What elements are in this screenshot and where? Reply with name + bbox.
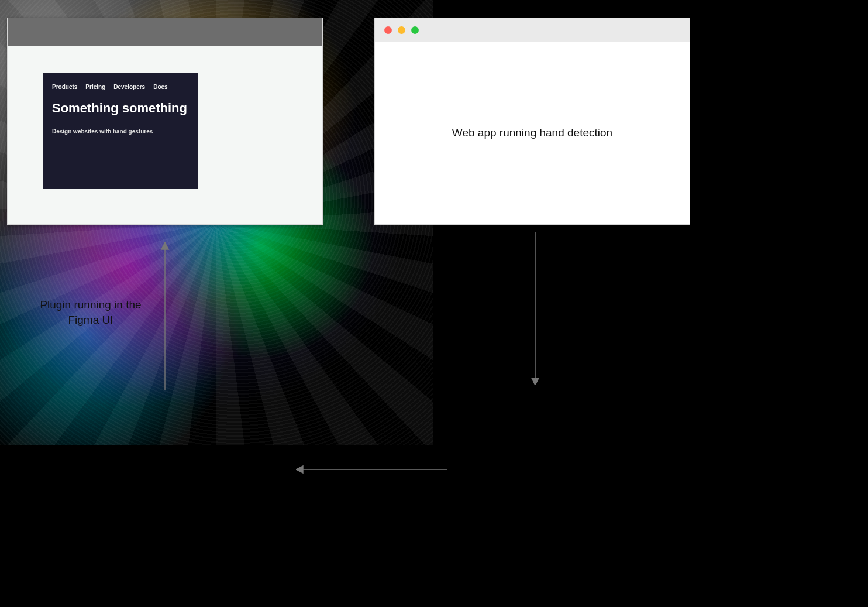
- nav-pricing[interactable]: Pricing: [85, 84, 105, 90]
- label-figma-plugin: Plugin running in the Figma UI: [23, 297, 158, 327]
- arrow-up-icon: [159, 242, 171, 390]
- hero-title: Something something: [52, 101, 189, 115]
- maximize-icon[interactable]: [411, 26, 419, 34]
- browser-body: Web app running hand detection: [375, 42, 690, 224]
- browser-window: Web app running hand detection: [374, 18, 690, 225]
- nav-docs[interactable]: Docs: [153, 84, 167, 90]
- minimize-icon[interactable]: [398, 26, 405, 34]
- hero-nav: Products Pricing Developers Docs: [52, 84, 189, 90]
- figma-titlebar: [8, 18, 322, 46]
- browser-body-text: Web app running hand detection: [452, 126, 612, 139]
- arrow-left-icon: [296, 464, 447, 475]
- figma-canvas: Products Pricing Developers Docs Somethi…: [8, 46, 322, 224]
- hero-card: Products Pricing Developers Docs Somethi…: [43, 73, 198, 189]
- browser-titlebar: [375, 18, 690, 42]
- nav-developers[interactable]: Developers: [113, 84, 145, 90]
- figma-window: Products Pricing Developers Docs Somethi…: [7, 18, 323, 225]
- arrow-down-icon: [529, 232, 541, 385]
- nav-products[interactable]: Products: [52, 84, 77, 90]
- close-icon[interactable]: [384, 26, 392, 34]
- hero-subtitle: Design websites with hand gestures: [52, 128, 189, 135]
